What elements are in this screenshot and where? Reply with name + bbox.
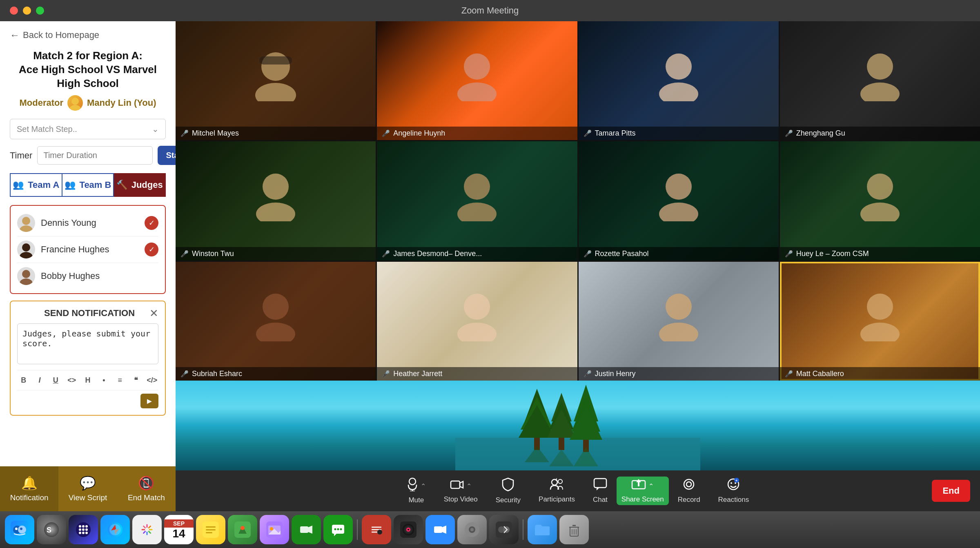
ordered-list-button[interactable]: ≡ (114, 374, 126, 387)
back-to-homepage-link[interactable]: ← Back to Homepage (10, 29, 166, 41)
close-notification-button[interactable]: ✕ (149, 308, 158, 319)
match-step-dropdown[interactable]: Set Match Step.. ⌄ (10, 119, 166, 139)
svg-rect-10 (259, 56, 292, 65)
svg-point-13 (666, 53, 692, 80)
svg-point-49 (409, 478, 416, 485)
svg-point-117 (340, 528, 342, 530)
svg-point-16 (860, 82, 900, 101)
close-window-button[interactable] (10, 7, 18, 15)
stop-video-label: Stop Video (444, 495, 478, 503)
dock-item-zoom[interactable] (425, 515, 455, 544)
dock-item-launchpad[interactable] (69, 515, 98, 544)
svg-rect-100 (206, 526, 216, 528)
minimize-window-button[interactable] (23, 7, 31, 15)
dock-item-migration[interactable] (489, 515, 519, 544)
dock-item-system-prefs[interactable] (457, 515, 487, 544)
svg-text:+: + (735, 479, 737, 483)
mute-control[interactable]: ⌃ Mute (398, 477, 435, 504)
mic-icon: 🎤 (584, 250, 592, 258)
dock-item-safari[interactable] (100, 515, 130, 544)
participant-video-name: Heather Jarrett (393, 370, 442, 378)
svg-point-9 (255, 83, 296, 101)
underline-button[interactable]: U (49, 374, 62, 387)
svg-marker-58 (597, 488, 599, 490)
timer-duration-input[interactable] (37, 146, 153, 165)
nav-notification[interactable]: 🔔 Notification (0, 466, 58, 511)
participant-name-bobby: Bobby Hughes (41, 271, 158, 281)
mute-icon (407, 477, 418, 495)
start-timer-button[interactable]: Start Timer (158, 146, 176, 165)
italic-button[interactable]: I (33, 374, 46, 387)
chat-control[interactable]: Chat (584, 478, 617, 504)
mic-icon: 🎤 (180, 129, 189, 137)
dock-item-facetime[interactable] (292, 515, 321, 544)
nav-end-match-label: End Match (128, 493, 165, 502)
svg-point-15 (867, 53, 893, 80)
participant-video-name: Rozette Pasahol (595, 249, 649, 258)
svg-point-84 (85, 532, 88, 534)
photos-app-icon (139, 521, 155, 538)
svg-point-107 (270, 527, 273, 530)
participants-control[interactable]: 1 Participants (530, 478, 584, 503)
mic-icon: 🎤 (584, 370, 592, 378)
notification-message-input[interactable]: Judges, please submit your score. (17, 323, 158, 364)
code-block-button[interactable]: </> (146, 374, 158, 387)
timer-row: Timer Start Timer (10, 146, 166, 165)
security-control[interactable]: Security (487, 477, 530, 504)
svg-rect-102 (206, 532, 212, 533)
tab-judges[interactable]: 🔨 Judges (114, 173, 166, 197)
svg-point-7 (20, 278, 33, 285)
code-inline-button[interactable]: <> (65, 374, 78, 387)
dock-item-music[interactable] (394, 515, 423, 544)
reactions-control[interactable]: + Reactions (709, 478, 758, 504)
participant-video-name: Winston Twu (192, 249, 234, 258)
nav-end-match[interactable]: 📵 End Match (117, 466, 176, 511)
dock-item-messages[interactable] (323, 515, 353, 544)
video-cell-winston: 🎤 Winston Twu (176, 141, 376, 260)
heading-button[interactable]: H (81, 374, 94, 387)
record-icon (682, 478, 695, 494)
end-meeting-button[interactable]: End (932, 480, 970, 502)
mic-icon: 🎤 (584, 129, 592, 137)
send-notification-panel: SEND NOTIFICATION ✕ Judges, please submi… (10, 301, 166, 416)
video-name-bar: 🎤 Subriah Esharc (176, 367, 376, 381)
stop-video-control[interactable]: ⌃ Stop Video (435, 479, 487, 503)
participant-video-name: Matt Caballero (796, 370, 844, 378)
send-notification-button[interactable]: ► (140, 394, 158, 408)
mac-window-controls[interactable] (10, 7, 44, 15)
dock-item-notes[interactable] (196, 515, 225, 544)
dock-item-photosapp[interactable] (132, 515, 162, 544)
share-screen-control[interactable]: ⌃ Share Screen (617, 477, 669, 505)
tab-team-b[interactable]: 👥 Team B (62, 173, 114, 197)
dock-item-news[interactable] (362, 515, 391, 544)
tab-team-a[interactable]: 👥 Team A (10, 173, 62, 197)
svg-point-62 (686, 482, 691, 487)
record-control[interactable]: Record (669, 478, 709, 504)
fullscreen-window-button[interactable] (36, 7, 44, 15)
video-cell-justin: 🎤 Justin Henry (579, 262, 779, 381)
quote-button[interactable]: ❝ (129, 374, 142, 387)
svg-point-0 (71, 98, 79, 105)
view-script-icon: 💬 (80, 475, 96, 491)
nav-view-script[interactable]: 💬 View Script (58, 466, 117, 511)
svg-point-30 (659, 323, 698, 341)
back-link-text: Back to Homepage (23, 30, 99, 40)
dock-item-folder[interactable] (528, 515, 557, 544)
dock-item-calendar[interactable]: SEP 14 (164, 515, 194, 544)
participant-video-name: Justin Henry (595, 370, 636, 378)
mic-icon: 🎤 (180, 370, 189, 378)
stop-video-chevron-icon: ⌃ (466, 482, 472, 490)
bold-button[interactable]: B (17, 374, 30, 387)
participant-video-name: Subriah Esharc (192, 370, 242, 378)
moderator-avatar (67, 95, 83, 111)
dock-item-finder[interactable] (5, 515, 34, 544)
dock-item-siri[interactable]: S (37, 515, 66, 544)
dock-item-maps[interactable] (228, 515, 257, 544)
svg-point-22 (659, 203, 698, 221)
notification-icon: 🔔 (21, 475, 38, 491)
video-name-bar: 🎤 Justin Henry (579, 367, 779, 381)
video-name-bar: 🎤 Matt Caballero (780, 367, 980, 381)
dock-item-photos[interactable] (260, 515, 289, 544)
dock-item-trash[interactable] (559, 515, 589, 544)
bullet-list-button[interactable]: • (98, 374, 110, 387)
